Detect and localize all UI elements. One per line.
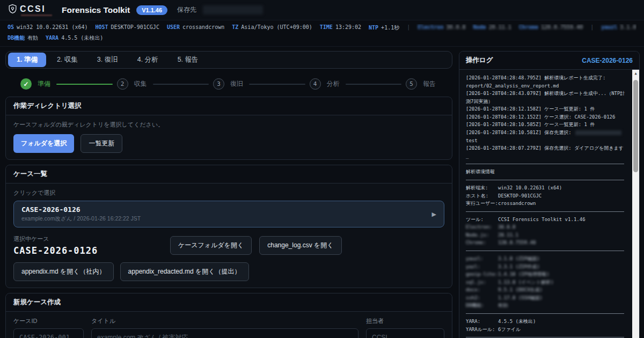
chevron-right-icon: ▶	[432, 211, 436, 218]
step-line	[153, 84, 209, 85]
case-id-input[interactable]	[13, 328, 84, 338]
log-separator	[466, 164, 624, 164]
step-label-restore: 復旧	[230, 79, 243, 89]
shield-icon	[8, 4, 18, 14]
log-separator	[466, 313, 624, 314]
step-line	[249, 84, 305, 85]
status-item: |	[590, 24, 594, 32]
step-circle-4: 4	[310, 78, 321, 90]
status-item: |	[407, 24, 410, 32]
workdir-hint: ケースフォルダの親ディレクトリを選択してください。	[13, 121, 444, 129]
case-title-label: タイトル	[91, 317, 358, 325]
status-item: Chrome120.0.7559.40	[519, 24, 583, 32]
tab-collect[interactable]: 2. 収集	[48, 53, 86, 67]
selected-case-id: CASE-2026-0126	[13, 245, 170, 256]
operation-log-card: 操作ログ CASE-2026-0126 ▲ [2026-01-28T04:28:…	[459, 51, 640, 338]
tab-restore[interactable]: 3. 復旧	[89, 53, 127, 67]
scrollbar-thumb[interactable]	[633, 80, 638, 172]
step-circle-2: 2	[117, 78, 128, 90]
status-item: OSwin32 10.0.22631 (x64)	[8, 24, 88, 32]
app-header: CCSI Forensics Toolkit V1.1.46 保存先	[0, 0, 644, 20]
status-item: DB機能有効	[8, 34, 38, 42]
selected-case-label: 選択中ケース	[13, 235, 170, 243]
log-line: [2026-01-28T04:28:07.279Z] 保存先選択: ダイアログを…	[466, 144, 625, 160]
status-bar: OSwin32 10.0.22631 (x64)HOSTDESKTOP-901C…	[0, 20, 644, 47]
open-change-log-button[interactable]: change_log.csv を開く	[259, 236, 341, 255]
step-label-analyze: 分析	[327, 79, 340, 89]
tab-report[interactable]: 5. 報告	[169, 53, 207, 67]
log-line: YARAルール:6ファイル	[466, 326, 625, 334]
refresh-list-button[interactable]: 一覧更新	[80, 134, 122, 153]
scrollbar-track[interactable]: ▲	[632, 70, 639, 338]
workdir-card: 作業ディレクトリ選択 ケースフォルダの親ディレクトリを選択してください。 フォル…	[5, 97, 452, 160]
log-separator	[466, 211, 624, 212]
log-line: report/02_analysis_env_report.md	[466, 82, 625, 90]
operation-log-body[interactable]: ▲ [2026-01-28T04:28:48.795Z] 解析環境レポート生成完…	[459, 70, 639, 338]
log-line: 解析環境情報	[466, 168, 625, 176]
log-line: yauzl:3.1.0 (ZIP確認)	[466, 255, 625, 263]
main-area: 1. 準備 2. 収集 3. 復旧 4. 分析 5. 報告 ✓ 準備 2 収集 …	[0, 47, 644, 338]
status-item: TZAsia/Tokyo (UTC+09:00)	[232, 24, 312, 32]
status-item: Electron30.0.8	[418, 24, 465, 32]
step-line	[346, 84, 402, 85]
status-row-2: DB機能有効YARA4.5.5 (未検出)	[8, 34, 636, 42]
case-owner-label: 担当者	[366, 317, 444, 325]
status-item: TIME13:29:02	[320, 24, 361, 32]
tab-analyze[interactable]: 4. 分析	[129, 53, 167, 67]
select-folder-button[interactable]: フォルダを選択	[13, 134, 74, 153]
version-badge: V1.1.46	[136, 5, 167, 15]
open-case-folder-button[interactable]: ケースフォルダを開く	[170, 236, 252, 255]
step-label-collect: 収集	[134, 79, 147, 89]
new-case-card-title: 新規ケース作成	[6, 293, 452, 312]
new-case-card: 新規ケース作成 ケースID タイトル 担当者	[5, 293, 452, 338]
log-line: ssh2:1.17.0 (SSH確認)	[466, 294, 625, 302]
case-item-id: CASE-2026-0126	[21, 205, 141, 214]
phase-tabbar: 1. 準備 2. 収集 3. 復旧 4. 分析 5. 報告	[5, 51, 452, 69]
case-list-item[interactable]: CASE-2026-0126 example.com改ざん / 2026-01-…	[13, 201, 444, 227]
case-link[interactable]: CASE-2026-0126	[582, 57, 633, 64]
log-line: [2026-01-28T04:28:43.079Z] 解析環境レポート生成中..…	[466, 90, 625, 105]
log-separator	[466, 180, 624, 180]
case-list-hint: クリックで選択	[13, 189, 444, 197]
workdir-card-title: 作業ディレクトリ選択	[6, 97, 452, 115]
log-line: yazl:3.3.1 (ZIP作成)	[466, 263, 625, 271]
log-line: YARA:4.5.5 (未検出)	[466, 318, 625, 326]
tab-prepare[interactable]: 1. 準備	[8, 53, 46, 67]
progress-stepper: ✓ 準備 2 収集 3 復旧 4 分析 5 報告	[5, 74, 452, 92]
log-line: DB機能:有効	[466, 302, 625, 310]
log-separator	[466, 251, 624, 251]
status-item: yauzl3.1.0	[601, 24, 636, 32]
right-column: 操作ログ CASE-2026-0126 ▲ [2026-01-28T04:28:…	[459, 51, 640, 338]
log-line: sql.js:1.13.0 (イベント解析)	[466, 278, 625, 286]
status-item: NTP+1.1秒	[369, 24, 399, 32]
log-line: 実行ユーザー:crossandcrown	[466, 200, 625, 208]
scrollbar-up-arrow-icon[interactable]: ▲	[632, 70, 639, 78]
case-item-subtitle: example.com改ざん / 2026-01-26 16:22:22 JST	[21, 215, 141, 223]
status-row-1: OSwin32 10.0.22631 (x64)HOSTDESKTOP-901C…	[8, 24, 636, 32]
step-label-prepare: 準備	[38, 79, 50, 89]
log-line: docx:9.5.1 (DOCX生成)	[466, 286, 625, 294]
log-separator	[466, 337, 624, 337]
log-line: [2026-01-28T04:28:48.795Z] 解析環境レポート生成完了:	[466, 74, 625, 82]
brand-name: CCSI	[20, 4, 46, 14]
step-label-report: 報告	[423, 79, 436, 89]
status-item: YARA4.5.5 (未検出)	[46, 34, 103, 42]
open-appendix-redacted-button[interactable]: appendix_redacted.md を開く（提出）	[120, 262, 249, 281]
save-destination-label: 保存先	[177, 5, 196, 14]
operation-log-title: 操作ログ	[466, 56, 493, 65]
case-id-label: ケースID	[13, 317, 84, 325]
case-list-card-title: ケース一覧	[6, 165, 452, 183]
case-title-input[interactable]	[91, 328, 358, 338]
step-circle-5: 5	[406, 78, 417, 90]
app-title: Forensics Toolkit	[62, 5, 130, 15]
log-line: Node.js:20.11.1	[466, 231, 625, 239]
log-line: [2026-01-28T04:28:12.158Z] ケース一覧更新: 1 件	[466, 105, 625, 113]
log-line: [2026-01-28T04:28:10.585Z] ケース一覧更新: 1 件	[466, 121, 625, 129]
log-line: [2026-01-28T04:28:10.581Z] 保存先選択: test	[466, 129, 625, 144]
log-line: Chrome:120.0.7559.40	[466, 239, 625, 247]
left-column: 1. 準備 2. 収集 3. 復旧 4. 分析 5. 報告 ✓ 準備 2 収集 …	[5, 51, 452, 338]
open-appendix-button[interactable]: appendix.md を開く（社内）	[13, 262, 114, 281]
case-owner-input[interactable]	[366, 328, 444, 338]
status-item: USERcrossandcrown	[167, 24, 224, 32]
step-circle-3: 3	[213, 78, 224, 90]
